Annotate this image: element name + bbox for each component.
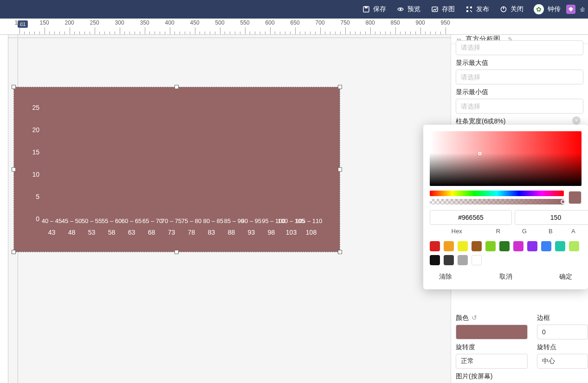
workspace: 0510152025 40 – 4545 – 5050 – 5555 – 606… — [0, 35, 588, 383]
canvas[interactable]: 0510152025 40 – 4545 – 5050 – 5555 – 606… — [0, 35, 451, 383]
image-icon — [431, 5, 439, 13]
swatch[interactable] — [569, 241, 579, 251]
saturation-value-area[interactable] — [430, 131, 582, 186]
swatch-list — [430, 241, 582, 265]
color-label: 颜色↺ — [456, 314, 528, 322]
x-tick: 98 — [261, 229, 281, 236]
publish-button[interactable]: 发布 — [465, 5, 489, 13]
svg-rect-5 — [470, 6, 472, 8]
svg-rect-4 — [466, 6, 468, 8]
save-icon — [362, 5, 370, 13]
swatch[interactable] — [472, 255, 482, 265]
hex-label: Hex — [430, 228, 484, 235]
ruler-tick-label: 250 — [90, 19, 99, 26]
swatch[interactable] — [472, 241, 482, 251]
ruler-tick-label: 850 — [391, 19, 400, 26]
border-input[interactable] — [537, 325, 588, 339]
max-label: 显示最大值 — [456, 59, 583, 67]
picker-confirm-button[interactable]: 确定 — [559, 273, 572, 281]
x-tick: 68 — [142, 229, 162, 236]
resize-handle-s[interactable] — [174, 250, 179, 254]
close-button[interactable]: 关闭 — [499, 5, 523, 13]
swatch[interactable] — [458, 255, 468, 265]
svg-rect-7 — [470, 10, 471, 11]
bar-label: 60 – 65 — [122, 217, 142, 224]
swatch[interactable] — [513, 241, 523, 251]
save-image-button[interactable]: 存图 — [431, 5, 455, 13]
ruler-tick-label: 800 — [366, 19, 375, 26]
x-tick: 48 — [62, 229, 82, 236]
swatch[interactable] — [430, 255, 440, 265]
ruler-tick-label: 950 — [441, 19, 450, 26]
bar-label: 45 – 50 — [62, 217, 82, 224]
resize-handle-ne[interactable] — [338, 85, 342, 89]
reset-color-icon[interactable]: ↺ — [472, 314, 477, 321]
topbar: 保存 预览 存图 发布 关闭 ✿ 钟传 企 — [0, 0, 588, 19]
ruler-tick-label: 300 — [115, 19, 124, 26]
r-input[interactable] — [515, 210, 588, 225]
rotate-origin-select[interactable] — [537, 354, 588, 369]
max-select[interactable] — [456, 70, 583, 84]
y-axis: 0510152025 — [26, 115, 39, 226]
sv-cursor[interactable] — [478, 152, 482, 155]
ruler-vertical[interactable] — [0, 35, 8, 383]
save-button[interactable]: 保存 — [362, 5, 386, 13]
user-menu[interactable]: ✿ 钟传 企 — [534, 4, 585, 14]
ruler-tick-label: 700 — [316, 19, 325, 26]
ruler-horizontal[interactable]: 81 1001502002503003504004505005506006507… — [0, 19, 588, 35]
resize-handle-nw[interactable] — [12, 85, 16, 89]
resize-handle-se[interactable] — [338, 250, 342, 254]
picker-cancel-button[interactable]: 取消 — [499, 273, 512, 281]
clear-icon[interactable]: × — [572, 116, 581, 125]
resize-handle-sw[interactable] — [12, 250, 16, 254]
alpha-thumb[interactable] — [561, 199, 565, 204]
svg-rect-1 — [365, 6, 368, 8]
rotate-select[interactable] — [456, 354, 528, 369]
swatch[interactable] — [444, 255, 454, 265]
avatar: ✿ — [534, 4, 544, 14]
swatch[interactable] — [541, 241, 551, 251]
swatch[interactable] — [430, 241, 440, 251]
save-label: 保存 — [373, 5, 386, 13]
swatch[interactable] — [458, 241, 468, 251]
preview-button[interactable]: 预览 — [396, 5, 420, 13]
x-tick: 88 — [221, 229, 241, 236]
r-label: R — [486, 228, 510, 235]
x-tick: 108 — [301, 229, 321, 236]
x-tick: 63 — [122, 229, 142, 236]
top-select[interactable] — [456, 40, 583, 55]
bar-label: 65 – 70 — [142, 217, 162, 224]
swatch[interactable] — [485, 241, 496, 251]
swatch[interactable] — [555, 241, 565, 251]
ruler-tick-label: 150 — [40, 19, 49, 26]
publish-label: 发布 — [476, 5, 489, 13]
properties-panel: ›› 直方分析图 ✎ 显示最大值 显示最小值 柱条宽度(6或8%) × 柱条描 — [451, 35, 588, 383]
guide-horizontal[interactable] — [8, 38, 451, 38]
swatch[interactable] — [527, 241, 537, 251]
hex-input[interactable] — [430, 210, 512, 225]
chart-object[interactable]: 0510152025 40 – 4545 – 5050 – 5555 – 606… — [14, 87, 340, 252]
x-tick: 43 — [42, 229, 62, 236]
y-tick: 25 — [32, 104, 39, 111]
x-tick: 83 — [201, 229, 221, 236]
bar-label: 75 – 80 — [181, 217, 201, 224]
resize-handle-w[interactable] — [12, 167, 16, 172]
ruler-tick-label: 350 — [140, 19, 149, 26]
bar-label: 70 – 75 — [162, 217, 181, 224]
y-tick: 20 — [32, 126, 39, 134]
save-image-label: 存图 — [442, 5, 455, 13]
resize-handle-e[interactable] — [338, 167, 342, 172]
resize-handle-n[interactable] — [174, 85, 179, 89]
ruler-tick-label: 500 — [215, 19, 225, 26]
swatch[interactable] — [499, 241, 510, 251]
hue-slider[interactable] — [430, 191, 564, 196]
x-tick: 103 — [281, 229, 301, 236]
min-select[interactable] — [456, 99, 583, 114]
picker-clear-button[interactable]: 清除 — [439, 273, 452, 281]
bar-label: 40 – 45 — [42, 217, 62, 224]
x-tick: 93 — [241, 229, 261, 236]
x-axis: 434853586368737883889398103108 — [42, 229, 321, 236]
alpha-slider[interactable] — [430, 199, 564, 204]
swatch[interactable] — [444, 241, 454, 251]
color-swatch[interactable] — [456, 325, 528, 339]
